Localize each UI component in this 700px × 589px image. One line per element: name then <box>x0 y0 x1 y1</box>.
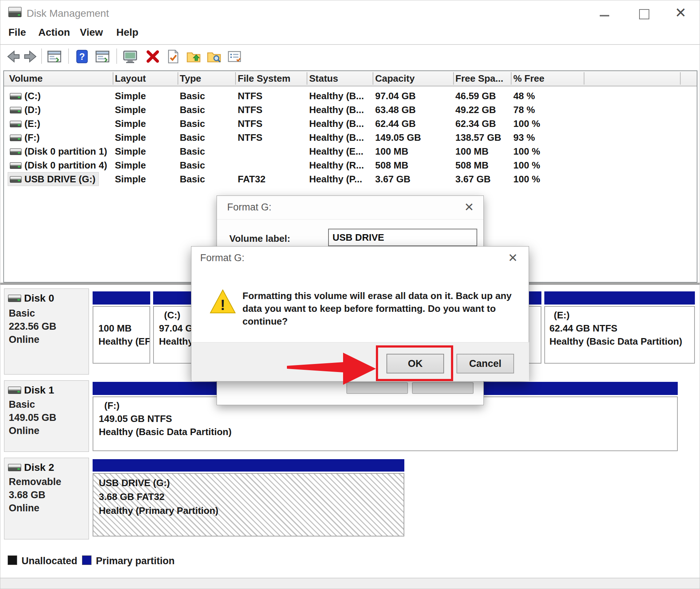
menu-help[interactable]: Help <box>116 27 139 38</box>
table-row[interactable]: (F:) Simple Basic NTFS Healthy (B... 149… <box>4 131 697 144</box>
svg-text:!: ! <box>220 297 225 313</box>
partition-bar <box>544 291 695 305</box>
table-row[interactable]: (C:) Simple Basic NTFS Healthy (B... 97.… <box>4 89 697 103</box>
disk2-row: Disk 2 Removable 3.68 GB Online USB DRIV… <box>3 455 697 542</box>
disk-name: Disk 1 <box>24 384 54 396</box>
col-file-system[interactable]: File System <box>238 73 291 84</box>
computer-icon[interactable] <box>122 49 138 66</box>
disk-name: Disk 0 <box>24 292 54 304</box>
disk-kind: Removable <box>9 476 61 488</box>
legend-unallocated-label: Unallocated <box>22 555 77 567</box>
help-icon[interactable]: ? <box>74 49 90 66</box>
disk-kind: Basic <box>9 399 35 410</box>
table-row[interactable]: (D:) Simple Basic NTFS Healthy (B... 63.… <box>4 103 697 117</box>
svg-text:?: ? <box>79 51 85 62</box>
disk-icon <box>8 387 21 394</box>
partition-system[interactable]: 100 MB Healthy (EF <box>93 306 150 364</box>
window-title: Disk Management <box>27 8 109 19</box>
forward-icon[interactable] <box>22 49 38 66</box>
legend-primary-swatch <box>82 555 92 565</box>
cancel-button[interactable]: Cancel <box>456 354 514 373</box>
volume-icon <box>10 148 22 155</box>
volume-icon <box>10 93 22 100</box>
app-icon <box>8 7 22 17</box>
disk1-label[interactable]: Disk 1 Basic 149.05 GB Online <box>4 380 89 452</box>
disk-size: 149.05 GB <box>9 412 57 423</box>
close-button[interactable]: ✕ <box>675 5 687 21</box>
table-row[interactable]: (Disk 0 partition 4) Simple Basic Health… <box>4 158 697 172</box>
volume-icon <box>10 121 22 127</box>
volume-icon <box>10 176 22 183</box>
cancel-button-disabled[interactable] <box>412 382 474 394</box>
disk-size: 223.56 GB <box>9 321 57 332</box>
table-row-usb-selected[interactable]: USB DRIVE (G:) Simple Basic FAT32 Health… <box>4 172 697 186</box>
partition-bar <box>93 459 404 472</box>
col-type[interactable]: Type <box>180 73 201 84</box>
volume-label-text: Volume label: <box>229 233 290 244</box>
document-check-icon[interactable] <box>165 49 181 66</box>
console-window-icon[interactable] <box>94 49 110 66</box>
disk-icon <box>8 464 21 471</box>
legend-unallocated-swatch <box>8 555 17 565</box>
close-icon[interactable]: ✕ <box>464 200 474 214</box>
volume-label-input[interactable]: USB DRIVE <box>328 229 477 246</box>
toolbar-separator <box>41 49 42 64</box>
status-bar <box>0 578 700 589</box>
partition-g-selected[interactable]: USB DRIVE (G:) 3.68 GB FAT32 Healthy (Pr… <box>93 473 404 536</box>
maximize-button[interactable] <box>639 9 649 19</box>
col-free-space[interactable]: Free Spa... <box>455 73 503 84</box>
close-icon[interactable]: ✕ <box>508 251 518 265</box>
disk-icon <box>8 295 21 302</box>
minimize-button[interactable] <box>600 15 609 16</box>
dialog-title: Format G: <box>227 202 272 213</box>
col-volume[interactable]: Volume <box>9 73 43 84</box>
menu-action[interactable]: Action <box>38 27 70 38</box>
disk-name: Disk 2 <box>24 462 54 473</box>
menu-divider <box>0 44 700 45</box>
disk-size: 3.68 GB <box>9 489 46 501</box>
disk2-label[interactable]: Disk 2 Removable 3.68 GB Online <box>4 458 89 539</box>
dialog-title: Format G: <box>200 252 245 264</box>
menu-file[interactable]: File <box>8 27 26 38</box>
pointer-arrow <box>285 350 377 389</box>
warning-icon: ! <box>209 289 236 316</box>
title-divider <box>217 219 483 220</box>
toolbar-separator <box>68 49 69 64</box>
partition-e[interactable]: (E:) 62.44 GB NTFS Healthy (Basic Data P… <box>544 306 695 364</box>
volume-icon <box>10 107 22 113</box>
partition-bar <box>93 291 150 305</box>
table-row[interactable]: (E:) Simple Basic NTFS Healthy (B... 62.… <box>4 117 697 131</box>
folder-search-icon[interactable] <box>206 49 222 66</box>
volume-icon <box>10 162 22 169</box>
col-pct-free[interactable]: % Free <box>513 73 544 84</box>
console-window-icon[interactable] <box>46 49 62 66</box>
disk-kind: Basic <box>9 308 35 319</box>
volume-icon <box>10 135 22 141</box>
col-layout[interactable]: Layout <box>115 73 146 84</box>
disk-management-window: Disk Management ✕ File Action View Help … <box>0 0 700 589</box>
highlight-rectangle <box>376 345 453 381</box>
delete-x-icon[interactable] <box>145 49 161 66</box>
legend-primary-label: Primary partition <box>96 555 175 567</box>
disk-status: Online <box>9 503 39 514</box>
disk-status: Online <box>9 425 39 437</box>
toolbar-separator <box>116 49 117 64</box>
folder-up-icon[interactable] <box>186 49 202 66</box>
warning-message: Formatting this volume will erase all da… <box>242 290 534 328</box>
col-capacity[interactable]: Capacity <box>375 73 415 84</box>
col-status[interactable]: Status <box>309 73 338 84</box>
back-icon[interactable] <box>5 49 22 66</box>
menu-view[interactable]: View <box>80 27 103 38</box>
table-header-row: Volume Layout Type File System Status Ca… <box>4 71 697 86</box>
disk-status: Online <box>9 334 39 345</box>
table-row[interactable]: (Disk 0 partition 1) Simple Basic Health… <box>4 144 697 158</box>
disk0-label[interactable]: Disk 0 Basic 223.56 GB Online <box>4 288 89 375</box>
properties-icon[interactable] <box>226 49 242 66</box>
